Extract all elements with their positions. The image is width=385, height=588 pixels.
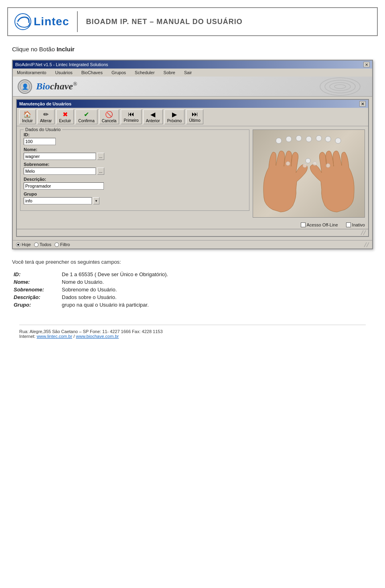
- descricao-field-row: Descrição:: [24, 177, 246, 190]
- alterar-button[interactable]: ✏ Alterar: [37, 109, 55, 124]
- app-window: BioAdmIP.Net v1.5 - Lintec Integrated So…: [12, 60, 373, 249]
- status-bar: ╱╱: [17, 229, 368, 236]
- descricao-input-row: [24, 182, 246, 190]
- svg-point-12: [325, 136, 331, 142]
- anterior-button[interactable]: ◀ Anterior: [143, 109, 163, 124]
- primeiro-label: Primeiro: [124, 118, 138, 123]
- menu-sobre[interactable]: Sobre: [162, 69, 177, 76]
- menu-biochaves[interactable]: BioChaves: [80, 69, 104, 76]
- descricao-input[interactable]: [24, 182, 104, 190]
- radio-todos-item: Todos: [34, 242, 51, 247]
- svg-point-15: [286, 162, 290, 166]
- logo-text: Lintec: [34, 15, 69, 28]
- confirma-button[interactable]: ✔ Confirma: [75, 109, 97, 124]
- hands-image-area: [253, 129, 365, 218]
- desc-row-sobrenome: Sobrenome: Sobrenome do Usuário.: [12, 286, 373, 293]
- grupo-field-row: Grupo ▼: [24, 192, 246, 204]
- id-input[interactable]: [24, 138, 56, 145]
- nome-field-row: Nome: ...: [24, 147, 246, 160]
- resize-grip-icon: ╱╱: [361, 230, 366, 235]
- bottom-nav: Hoje Todos Filtro ╱╱: [13, 240, 372, 249]
- window-resize-grip: ╱╱: [364, 242, 369, 247]
- incluir-button[interactable]: 🏠 Incluir: [19, 109, 36, 124]
- desc-row-nome: Nome: Nome do Usuário.: [12, 278, 373, 286]
- id-input-row: [24, 138, 246, 145]
- dialog-window: Manutenção de Usuários ✕ 🏠 Incluir ✏ Alt…: [16, 99, 369, 237]
- sobrenome-field-row: Sobrenome: ...: [24, 162, 246, 175]
- svg-point-9: [296, 135, 302, 141]
- biochave-brand-text: Biochave®: [36, 81, 77, 92]
- sobrenome-input[interactable]: [24, 168, 96, 175]
- desc-field-name-grupo: Grupo:: [12, 301, 60, 309]
- cancela-button[interactable]: 🚫 Cancela: [99, 109, 120, 124]
- desc-field-value-descricao: Dados sobre o Usuário.: [60, 293, 373, 301]
- grupo-dropdown-arrow[interactable]: ▼: [93, 197, 99, 204]
- svg-point-17: [313, 162, 317, 166]
- grupo-input-row: ▼: [24, 197, 246, 204]
- footer-internet: Internet: www.lintec.com.br / www.biocha…: [19, 334, 366, 339]
- svg-point-18: [326, 164, 330, 168]
- app-close-button[interactable]: ✕: [363, 62, 370, 67]
- lintec-logo-icon: [14, 13, 31, 30]
- grupo-input[interactable]: [24, 197, 92, 204]
- toolbar: 🏠 Incluir ✏ Alterar ✖ Excluir ✔ Confirma…: [17, 108, 368, 126]
- excluir-button[interactable]: ✖ Excluir: [56, 109, 74, 124]
- radio-todos[interactable]: [34, 242, 38, 247]
- dialog-titlebar: Manutenção de Usuários ✕: [17, 100, 368, 108]
- inativo-label: Inativo: [352, 222, 365, 227]
- nome-input-row: ...: [24, 153, 246, 160]
- radio-filtro-item: Filtro: [55, 242, 70, 247]
- inativo-checkbox[interactable]: [346, 222, 351, 227]
- radio-hoje[interactable]: [16, 242, 20, 247]
- svg-point-8: [286, 136, 292, 142]
- menu-monitoramento[interactable]: Monitoramento: [15, 69, 48, 76]
- radio-filtro[interactable]: [55, 242, 59, 247]
- footer-link1[interactable]: www.lintec.com.br: [36, 334, 72, 339]
- ultimo-button[interactable]: ⏭ Último: [186, 109, 203, 124]
- fingerprint-decoration: [316, 77, 364, 97]
- desc-field-value-grupo: grupo na qual o Usuário irá participar.: [60, 301, 373, 309]
- radio-hoje-item: Hoje: [16, 242, 31, 247]
- logo-area: Lintec: [14, 11, 78, 32]
- svg-point-11: [316, 135, 322, 141]
- app-title: BioAdmIP.Net v1.5 - Lintec Integrated So…: [15, 62, 108, 67]
- ultimo-label: Último: [189, 118, 200, 123]
- footer-address: Rua: Alegre,355 São Caetano – SP Fone: 1…: [19, 329, 366, 334]
- desc-field-value-sobrenome: Sobrenome do Usuário.: [60, 286, 373, 293]
- footer-link2[interactable]: www.biochave.com.br: [76, 334, 119, 339]
- radio-hoje-label: Hoje: [22, 242, 31, 247]
- radio-filtro-label: Filtro: [60, 242, 70, 247]
- proximo-button[interactable]: ▶ Próximo: [164, 109, 185, 124]
- page-header: Lintec BIOADM IP. NET – MANUAL DO USUÁRI…: [7, 7, 378, 36]
- svg-point-6: [334, 85, 346, 89]
- primeiro-icon: ⏮: [128, 111, 134, 118]
- menu-grupos[interactable]: Grupos: [110, 69, 128, 76]
- desc-row-id: ID: De 1 a 65535 ( Deve ser Único e Obri…: [12, 271, 373, 278]
- ultimo-icon: ⏭: [192, 111, 198, 118]
- menu-sair[interactable]: Sair: [182, 69, 194, 76]
- form-section: Dados do Usuário ID: Nome:: [20, 129, 249, 218]
- nome-browse-button[interactable]: ...: [97, 153, 104, 160]
- cancela-icon: 🚫: [105, 111, 113, 118]
- excluir-label: Excluir: [59, 119, 71, 123]
- incluir-label: Incluir: [22, 119, 33, 123]
- alterar-icon: ✏: [43, 111, 49, 118]
- dados-usuario-group: Dados do Usuário ID: Nome:: [20, 129, 249, 211]
- footer: Rua: Alegre,355 São Caetano – SP Fone: 1…: [19, 325, 366, 341]
- anterior-icon: ◀: [150, 111, 155, 118]
- menu-usuarios[interactable]: Usuários: [53, 69, 74, 76]
- app-menubar: Monitoramento Usuários BioChaves Grupos …: [13, 69, 372, 77]
- descricao-label: Descrição:: [24, 177, 246, 182]
- nome-input[interactable]: [24, 153, 96, 160]
- dialog-title: Manutenção de Usuários: [19, 101, 71, 106]
- dialog-close-button[interactable]: ✕: [359, 101, 366, 107]
- biochave-logo-icon: 👤: [18, 79, 32, 94]
- menu-scheduler[interactable]: Scheduler: [133, 69, 156, 76]
- description-section: Você terá que preencher os seguintes cam…: [12, 259, 373, 309]
- svg-point-16: [303, 164, 307, 168]
- sobrenome-input-row: ...: [24, 168, 246, 175]
- svg-point-7: [276, 138, 282, 143]
- sobrenome-browse-button[interactable]: ...: [97, 168, 104, 175]
- primeiro-button[interactable]: ⏮ Primeiro: [121, 109, 141, 124]
- acesso-offline-checkbox[interactable]: [301, 222, 306, 227]
